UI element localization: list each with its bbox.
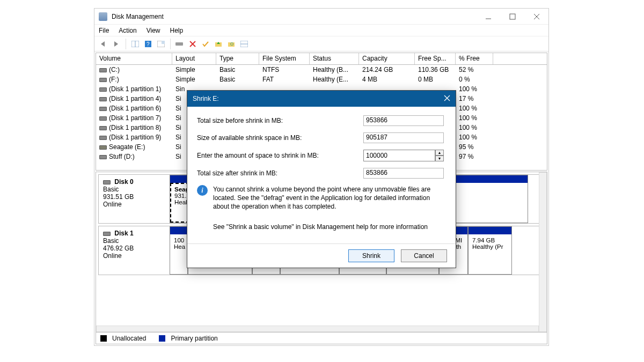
available-field: 905187 <box>363 132 444 143</box>
shrink-button[interactable]: Shrink <box>348 249 394 262</box>
list-view-icon[interactable] <box>238 38 250 50</box>
svg-rect-10 <box>175 42 183 46</box>
maximize-button[interactable] <box>500 9 524 24</box>
volume-icon <box>99 145 107 150</box>
disk-settings-icon[interactable] <box>174 38 186 50</box>
shrink-amount-input[interactable] <box>363 150 435 161</box>
col-capacity[interactable]: Capacity <box>359 53 415 64</box>
back-icon[interactable] <box>98 38 109 50</box>
total-after-field: 853866 <box>363 168 444 179</box>
volume-icon <box>99 107 107 111</box>
volume-icon <box>99 97 107 101</box>
window-title: Disk Management <box>112 13 476 20</box>
help-icon[interactable]: ? <box>142 38 154 50</box>
search-folder-icon[interactable] <box>225 38 237 50</box>
menu-help[interactable]: Help <box>170 27 184 34</box>
available-label: Size of available shrink space in MB: <box>197 134 363 142</box>
legend-bar: Unallocated Primary partition <box>96 332 547 344</box>
disk-icon <box>103 232 111 236</box>
volume-icon <box>99 155 107 159</box>
disk-management-icon <box>99 12 107 21</box>
spin-down-button[interactable]: ▼ <box>435 156 444 161</box>
svg-rect-1 <box>510 14 515 19</box>
svg-text:?: ? <box>147 41 150 47</box>
graph-scrollbar-h[interactable] <box>96 326 539 332</box>
dialog-title: Shrink E: <box>193 95 219 102</box>
total-before-label: Total size before shrink in MB: <box>197 117 363 124</box>
col-filesystem[interactable]: File System <box>259 53 310 64</box>
minimize-button[interactable] <box>476 9 500 24</box>
volume-icon <box>99 78 107 82</box>
toolbar: ? <box>94 36 548 51</box>
info-text: You cannot shrink a volume beyond the po… <box>213 185 446 211</box>
disk-info: Disk 0Basic931.51 GBOnline <box>99 175 170 223</box>
partition[interactable]: 7.94 GBHealthy (Pr <box>468 226 512 275</box>
shrink-dialog: Shrink E: Total size before shrink in MB… <box>187 90 456 268</box>
partition[interactable]: 100Hea <box>170 226 188 275</box>
table-row[interactable]: (F:)SimpleBasicFATHealthy (E...4 MB0 MB0… <box>96 75 547 84</box>
menu-view[interactable]: View <box>147 27 160 34</box>
titlebar[interactable]: Disk Management <box>94 9 548 25</box>
col-status[interactable]: Status <box>310 53 359 64</box>
cancel-button[interactable]: Cancel <box>401 249 447 262</box>
graph-scrollbar-v[interactable] <box>539 172 547 332</box>
disk-info: Disk 1Basic476.92 GBOnline <box>99 226 170 275</box>
close-button[interactable] <box>524 9 548 24</box>
svg-rect-9 <box>162 41 165 44</box>
see-help-text: See "Shrink a basic volume" in Disk Mana… <box>213 223 446 231</box>
col-volume[interactable]: Volume <box>96 53 172 64</box>
disk-icon <box>103 180 111 184</box>
volume-icon <box>99 116 107 121</box>
volume-icon <box>99 68 107 72</box>
menubar: File Action View Help <box>94 25 548 36</box>
legend-primary-swatch <box>159 335 165 342</box>
refresh-frame-icon[interactable] <box>155 38 167 50</box>
menu-file[interactable]: File <box>99 27 109 34</box>
total-before-field: 953866 <box>363 115 444 126</box>
dialog-titlebar[interactable]: Shrink E: <box>187 91 456 107</box>
volume-icon <box>99 87 107 92</box>
spin-up-button[interactable]: ▲ <box>435 150 444 156</box>
col-layout[interactable]: Layout <box>172 53 216 64</box>
table-row[interactable]: (C:)SimpleBasicNTFSHealthy (B...214.24 G… <box>96 65 547 75</box>
volume-icon <box>99 126 107 130</box>
info-icon: i <box>197 185 208 196</box>
legend-unallocated-swatch <box>100 335 107 342</box>
col-type[interactable]: Type <box>216 53 259 64</box>
forward-icon[interactable] <box>111 38 122 50</box>
delete-icon[interactable] <box>187 38 199 50</box>
total-after-label: Total size after shrink in MB: <box>197 169 363 177</box>
col-pctfree[interactable]: % Free <box>456 53 493 64</box>
col-free[interactable]: Free Sp... <box>415 53 456 64</box>
details-pane-icon[interactable] <box>129 38 141 50</box>
legend-primary-label: Primary partition <box>171 335 217 342</box>
check-icon[interactable] <box>200 38 211 50</box>
close-icon[interactable] <box>444 95 450 103</box>
up-folder-icon[interactable] <box>213 38 224 50</box>
enter-amount-label: Enter the amount of space to shrink in M… <box>197 152 363 159</box>
legend-unallocated-label: Unallocated <box>112 335 146 342</box>
menu-action[interactable]: Action <box>119 27 136 34</box>
volume-icon <box>99 136 107 140</box>
table-header: Volume Layout Type File System Status Ca… <box>96 53 547 65</box>
